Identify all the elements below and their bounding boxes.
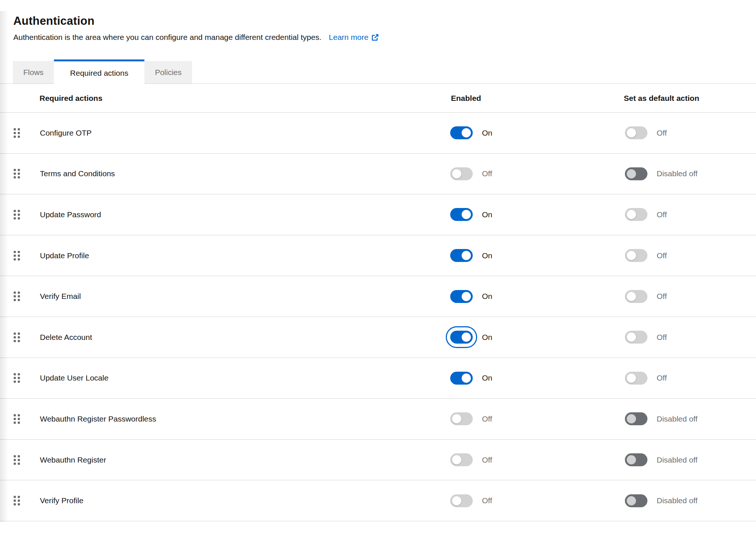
default-action-state-label: Off [657,210,667,219]
table-row: Update Password On Off [0,194,756,235]
row-label: Webauthn Register [40,456,106,464]
grip-vertical-icon[interactable] [14,333,20,342]
default-action-state-label: Disabled off [657,496,698,505]
default-action-state-label: Off [657,292,667,301]
tab-flows[interactable]: Flows [13,61,54,83]
enabled-switch[interactable] [450,126,473,139]
default-action-switch[interactable] [625,126,647,139]
enabled-state-label: On [482,333,492,342]
default-action-state-label: Disabled off [657,415,698,423]
learn-more-label: Learn more [329,33,368,42]
column-header-enabled: Enabled [451,94,481,103]
enabled-state-label: On [482,210,492,219]
learn-more-link[interactable]: Learn more [329,33,379,42]
grip-vertical-icon[interactable] [14,210,20,219]
grip-vertical-icon[interactable] [14,414,20,424]
enabled-state-label: Off [482,496,492,505]
page-description: Authentication is the area where you can… [13,33,321,42]
default-action-switch[interactable] [625,372,647,385]
table-row: Delete Account On Off [0,317,756,358]
required-actions-table: Configure OTP On Off Terms and Condition… [0,113,756,521]
grip-vertical-icon[interactable] [14,292,20,301]
row-label: Delete Account [40,333,92,342]
default-action-state-label: Disabled off [657,169,698,178]
column-header-set-as-default-action: Set as default action [624,94,699,103]
grip-vertical-icon[interactable] [14,169,20,178]
row-label: Update User Locale [40,374,109,382]
grip-vertical-icon[interactable] [14,251,20,260]
tab-policies[interactable]: Policies [144,61,192,83]
row-label: Terms and Conditions [40,169,115,178]
enabled-switch[interactable] [450,372,473,385]
enabled-switch[interactable] [450,167,473,180]
default-action-switch[interactable] [625,412,647,425]
tab-bar: Flows Required actions Policies [0,60,756,84]
enabled-switch[interactable] [450,249,473,262]
enabled-state-label: Off [482,456,492,464]
enabled-state-label: On [482,251,492,260]
tab-required-actions[interactable]: Required actions [54,59,145,85]
grip-vertical-icon[interactable] [14,496,20,505]
default-action-switch[interactable] [625,494,647,507]
default-action-switch[interactable] [625,290,647,303]
page-header: Authentication Authentication is the are… [0,0,756,42]
enabled-state-label: On [482,129,492,137]
row-label: Configure OTP [40,129,92,137]
table-row: Update Profile On Off [0,235,756,276]
grip-vertical-icon[interactable] [14,455,20,465]
default-action-state-label: Disabled off [657,456,698,464]
enabled-state-label: On [482,374,492,382]
row-label: Webauthn Register Passwordless [40,415,156,423]
enabled-switch[interactable] [450,290,473,303]
grip-vertical-icon[interactable] [14,373,20,383]
table-row: Configure OTP On Off [0,113,756,154]
default-action-state-label: Off [657,251,667,260]
enabled-switch[interactable] [450,208,473,221]
table-row: Webauthn Register Passwordless Off Disab… [0,399,756,440]
row-label: Update Password [40,210,101,219]
enabled-state-label: Off [482,415,492,423]
default-action-state-label: Off [657,333,667,342]
enabled-switch[interactable] [450,412,473,425]
default-action-switch[interactable] [625,208,647,221]
page-title: Authentication [13,14,756,28]
table-row: Terms and Conditions Off Disabled off [0,154,756,195]
table-header-row: Required actions Enabled Set as default … [0,84,756,113]
default-action-switch[interactable] [625,331,647,344]
row-label: Verify Profile [40,496,83,505]
column-header-required-actions: Required actions [40,94,102,103]
default-action-state-label: Off [657,374,667,382]
table-row: Verify Profile Off Disabled off [0,480,756,521]
enabled-state-label: On [482,292,492,301]
external-link-icon [371,34,379,41]
table-row: Webauthn Register Off Disabled off [0,440,756,481]
default-action-switch[interactable] [625,453,647,466]
default-action-switch[interactable] [625,167,647,180]
default-action-state-label: Off [657,129,667,137]
table-row: Update User Locale On Off [0,358,756,399]
default-action-switch[interactable] [625,249,647,262]
row-label: Verify Email [40,292,81,301]
row-label: Update Profile [40,251,89,260]
grip-vertical-icon[interactable] [14,128,20,138]
enabled-switch[interactable] [450,453,473,466]
enabled-switch[interactable] [450,494,473,507]
enabled-switch[interactable] [450,331,473,344]
table-row: Verify Email On Off [0,276,756,317]
enabled-state-label: Off [482,169,492,178]
